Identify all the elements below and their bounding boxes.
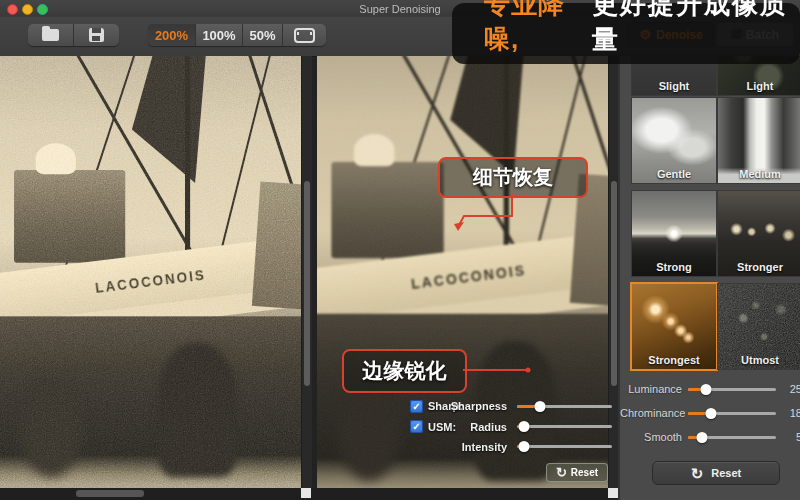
detail-recovery-callout: 细节恢复 [438,157,588,198]
chrominance-slider[interactable] [688,412,776,415]
zoom-200-button[interactable]: 200% [148,24,196,46]
scrollbar-thumb[interactable] [76,490,144,497]
zoom-100-button[interactable]: 100% [196,24,243,46]
luminance-value: 25 [782,383,800,395]
smooth-slider[interactable] [688,436,776,439]
boat-photo-noisy: LACOCONOIS [0,56,301,488]
sharpness-slider-label: Sharpness [450,400,507,412]
boat-name-text: LACOCONOIS [94,266,207,296]
luminance-slider-row: Luminance 25 [620,381,800,397]
zoom-50-button[interactable]: 50% [243,24,283,46]
slider-knob[interactable] [534,401,545,412]
intensity-slider-label: Intensity [450,441,507,453]
file-button-group [28,24,119,46]
refresh-icon: ↻ [556,466,567,479]
preset-sidebar: Slight Light Gentle Medium Strong Strong… [618,56,800,500]
sidebar-reset-button[interactable]: ↻ Reset [652,461,780,485]
fit-to-screen-button[interactable] [283,24,326,46]
sharpen-reset-label: Reset [571,467,598,478]
preset-stronger[interactable]: Stronger [718,191,800,276]
slider-knob[interactable] [518,421,529,432]
promo-banner-highlight: 专业降噪, [484,0,592,57]
promo-banner: 专业降噪, 更好提升成像质量 [452,3,800,64]
left-vertical-scrollbar [301,56,312,488]
slider-knob[interactable] [705,408,716,419]
super-denoising-window: Super Denoising 200% 100% 50% [0,0,800,500]
promo-banner-text: 更好提升成像质量 [592,0,800,57]
boat-name-text: LACOCONOIS [410,261,527,293]
preset-gentle[interactable]: Gentle [632,98,716,183]
intensity-slider[interactable] [517,445,612,448]
radius-slider-label: Radius [460,421,507,433]
save-icon [89,28,104,42]
folder-icon [42,29,59,41]
sharp-checkbox[interactable]: ✓ [410,400,423,413]
edge-sharpen-callout: 边缘锐化 [342,349,467,393]
chrominance-value: 18 [782,407,800,419]
scrollbar-corner [301,488,311,498]
slider-knob[interactable] [697,432,708,443]
usm-checkbox-label: USM: [428,421,456,433]
preset-medium[interactable]: Medium [718,98,800,183]
usm-checkbox[interactable]: ✓ [410,420,423,433]
luminance-slider[interactable] [688,388,776,391]
slider-knob[interactable] [700,384,711,395]
preset-strong[interactable]: Strong [632,191,716,276]
slider-knob[interactable] [518,441,529,452]
preset-utmost[interactable]: Utmost [718,284,800,369]
smooth-label: Smooth [620,431,682,443]
noisy-image-view[interactable]: LACOCONOIS [0,56,301,488]
refresh-icon: ↻ [691,466,704,481]
save-file-button[interactable] [74,24,119,46]
smooth-slider-row: Smooth 5 [620,429,800,445]
fit-screen-icon [294,28,315,43]
luminance-label: Luminance [620,383,682,395]
scrollbar-thumb[interactable] [304,181,310,386]
open-file-button[interactable] [28,24,74,46]
chrominance-label: Chrominance [620,407,682,419]
scrollbar-corner [608,488,618,498]
sidebar-reset-label: Reset [711,467,741,479]
scrollbar-thumb[interactable] [611,181,617,386]
sharpness-slider[interactable] [517,405,612,408]
sharpen-reset-button[interactable]: ↻ Reset [546,463,608,482]
chrominance-slider-row: Chrominance 18 [620,405,800,421]
preset-strongest[interactable]: Strongest [632,284,716,369]
zoom-button-group: 200% 100% 50% [148,24,326,46]
smooth-value: 5 [782,431,800,443]
radius-slider[interactable] [517,425,612,428]
